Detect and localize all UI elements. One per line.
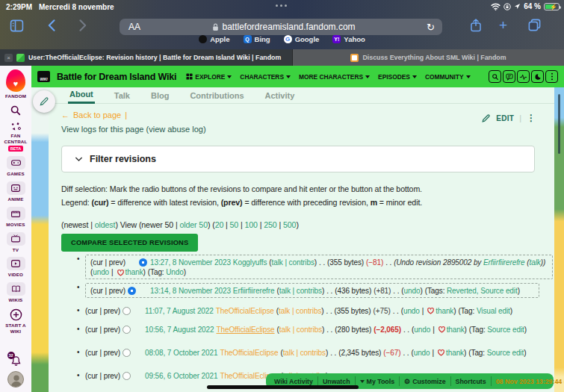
tab-activity[interactable]: Activity — [264, 91, 297, 103]
back-button-icon[interactable] — [45, 18, 60, 33]
wiki-title[interactable]: Battle for Dream Island Wiki — [57, 72, 176, 82]
multitask-indicator-icon[interactable] — [276, 4, 287, 7]
user-link[interactable]: TheOfficialEclipse — [217, 326, 275, 334]
nav-explore[interactable]: EXPLORE — [186, 73, 232, 81]
compare-selected-revisions-button[interactable]: COMPARE SELECTED REVISIONS — [61, 234, 198, 252]
bookmark-apple[interactable]: Apple — [199, 35, 229, 43]
curprev-links[interactable]: (cur | prev) — [85, 326, 120, 334]
nav-characters[interactable]: CHARACTERS — [240, 73, 291, 81]
new-tab-icon[interactable]: + — [499, 19, 507, 32]
activity-icon[interactable] — [517, 70, 530, 83]
undo-link[interactable]: undo — [414, 349, 430, 357]
quick-edit-pencil-icon[interactable] — [33, 90, 55, 113]
revision-radio[interactable] — [128, 286, 137, 295]
pager-oldest-link[interactable]: oldest — [95, 220, 116, 229]
user-link[interactable]: TheOfficialEclipse — [220, 349, 278, 357]
nav-community[interactable]: COMMUNITY — [425, 73, 471, 81]
bookmark-yahoo[interactable]: Y!Yahoo — [332, 35, 365, 43]
revision-date-link[interactable]: 10:56, 7 August 2022 — [145, 326, 214, 334]
thank-link[interactable]: thank — [446, 349, 464, 357]
page-scrollbar[interactable] — [558, 94, 560, 154]
revision-date-link[interactable]: 13:27, 8 November 2023 — [150, 258, 231, 267]
video-icon[interactable] — [7, 257, 25, 270]
talk-contribs-links[interactable]: talk | contribs — [279, 287, 322, 295]
nav-more-characters[interactable]: MORE CHARACTERS — [299, 73, 370, 81]
tab-contributions[interactable]: Contributions — [188, 91, 245, 103]
filter-revisions-panel[interactable]: Filter revisions — [61, 146, 535, 172]
start-a-wiki-icon[interactable] — [10, 308, 22, 321]
tab-active[interactable]: × User:TheOfficialEclipse: Revision hist… — [0, 49, 293, 66]
pager-100-link[interactable]: 100 — [245, 220, 258, 229]
url-display[interactable]: battlefordreamisland.fandom.com — [140, 22, 427, 32]
tabs-overview-icon[interactable] — [527, 18, 542, 32]
tag-link[interactable]: Source edit — [487, 326, 524, 334]
undo-link[interactable]: undo — [404, 287, 421, 295]
back-to-page-link[interactable]: ← Back to page | — [61, 111, 127, 119]
tag-link[interactable]: Source edit — [487, 349, 524, 357]
user-link[interactable]: Kogglyuffs — [233, 258, 267, 267]
tv-icon[interactable] — [7, 232, 25, 246]
discussions-icon[interactable] — [503, 70, 515, 83]
shortcuts-link[interactable]: Shortcuts — [451, 376, 492, 386]
curprev-links[interactable]: (cur | prev) — [90, 258, 125, 267]
revision-radio[interactable] — [123, 348, 131, 357]
talk-contribs-links[interactable]: talk | contribs — [279, 307, 321, 315]
home-indicator[interactable] — [207, 385, 359, 389]
games-icon[interactable] — [7, 156, 25, 169]
reader-button[interactable]: AA — [128, 22, 140, 32]
edit-button[interactable]: EDIT — [496, 114, 514, 122]
user-link[interactable]: Erfiirfiirerefre — [483, 258, 525, 267]
dark-mode-moon-icon[interactable] — [531, 70, 544, 83]
tag-link[interactable]: Reverted, Source edit — [447, 287, 518, 295]
talk-link[interactable]: talk — [530, 258, 541, 267]
address-bar[interactable]: AA battlefordreamisland.fandom.com ↻ — [120, 19, 442, 35]
undo-link[interactable]: undo — [93, 268, 109, 276]
pager-500-link[interactable]: 500 — [283, 220, 296, 229]
revision-date-link[interactable]: 09:56, 6 October 2021 — [145, 372, 217, 380]
sidebar-toggle-icon[interactable] — [10, 19, 24, 33]
curprev-links[interactable]: (cur | prev) — [90, 287, 125, 295]
fan-central-icon[interactable] — [10, 122, 22, 131]
search-icon[interactable] — [10, 105, 22, 116]
tab-talk[interactable]: Talk — [113, 91, 131, 103]
page-more-options-icon[interactable]: ⋮ — [527, 113, 536, 123]
tab-blog[interactable]: Blog — [149, 91, 170, 103]
undo-link[interactable]: undo — [403, 307, 420, 315]
revision-date-link[interactable]: 11:07, 7 August 2022 — [145, 307, 214, 315]
pager-older50-link[interactable]: older 50 — [179, 220, 207, 229]
forward-button-icon[interactable] — [75, 18, 90, 33]
bookmark-bing[interactable]: QBing — [244, 35, 270, 43]
fandom-logo-icon[interactable]: ♥ — [6, 69, 25, 92]
thank-link[interactable]: thank — [436, 307, 453, 315]
tab-about[interactable]: About — [68, 90, 95, 104]
wiki-search-icon[interactable] — [489, 70, 501, 83]
revision-radio[interactable] — [123, 371, 131, 380]
tag-link[interactable]: Visual edit — [477, 307, 510, 315]
pager-250-link[interactable]: 250 — [264, 220, 276, 229]
nav-episodes[interactable]: EPISODES — [378, 73, 417, 81]
talk-contribs-links[interactable]: talk | contribs — [283, 349, 326, 357]
revision-date-link[interactable]: 08:08, 7 October 2021 — [145, 349, 217, 357]
share-icon[interactable] — [469, 18, 483, 33]
customize-link[interactable]: ⚙Customize — [400, 376, 451, 386]
undo-link[interactable]: undo — [414, 326, 430, 334]
tab-inactive[interactable]: Discuss Everything About SML Wiki | Fand… — [293, 49, 564, 66]
refresh-icon[interactable]: ↻ — [427, 22, 435, 33]
curprev-links[interactable]: (cur | prev) — [85, 372, 120, 380]
movies-icon[interactable] — [7, 207, 25, 220]
revision-radio[interactable] — [139, 258, 148, 267]
thank-link[interactable]: thank — [447, 326, 465, 334]
thank-link[interactable]: thank — [125, 268, 143, 276]
talk-contribs-links[interactable]: talk | contribs — [272, 258, 314, 267]
wikis-icon[interactable] — [7, 282, 25, 296]
more-options-icon[interactable] — [545, 70, 558, 83]
user-link[interactable]: TheOfficialEclipse — [216, 307, 274, 315]
bookmark-google[interactable]: GGoogle — [284, 35, 320, 43]
user-avatar[interactable] — [7, 371, 24, 388]
pager-50-link[interactable]: 50 — [230, 220, 239, 229]
revision-radio[interactable] — [123, 325, 131, 334]
close-tab-icon[interactable]: × — [4, 54, 13, 62]
curprev-links[interactable]: (cur | prev) — [85, 307, 120, 315]
wiki-wordmark-icon[interactable]: WIKI — [37, 71, 50, 82]
curprev-links[interactable]: (cur | prev) — [85, 349, 120, 357]
